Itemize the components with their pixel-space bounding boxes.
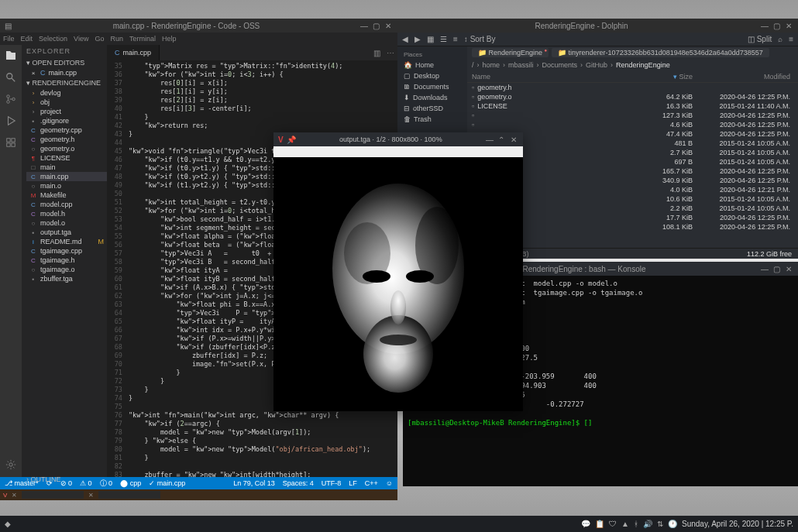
file-row[interactable]: ▫geometry.o64.2 KiB2020-04-26 12:25 P.M. [467,92,798,101]
menu-icon[interactable]: ≡ [789,35,793,43]
search-icon[interactable]: ⌕ [778,35,783,43]
crumb-current[interactable]: RenderingEngine [616,61,670,69]
crumb-docs[interactable]: Documents [542,61,578,69]
start-icon[interactable]: ◆ [5,520,11,528]
sort-button[interactable]: ↕ Sort By [464,35,496,43]
close-icon[interactable]: ✕ [511,136,518,143]
file-row[interactable]: ▫127.3 KiB2020-04-26 12:25 P.M. [467,111,798,120]
open-editors-section[interactable]: ▾ OPEN EDITORS [22,57,107,68]
find-v-icon[interactable]: V [3,492,7,499]
tree-item[interactable]: Cmodel.h [26,209,107,218]
tree-item[interactable]: ○tgaimage.o [26,265,107,274]
back-icon[interactable]: ◀ [402,35,408,43]
tree-item[interactable]: ○model.o [26,218,107,228]
eol[interactable]: LF [349,479,357,487]
tree-item[interactable]: Cmodel.cpp [26,200,107,209]
explorer-icon[interactable] [5,50,17,62]
tray-clipboard-icon[interactable]: 📋 [595,520,604,528]
tree-item[interactable]: □main [26,163,107,172]
language-mode[interactable]: C++ [365,479,378,487]
menu-terminal[interactable]: Terminal [129,35,156,43]
tree-item[interactable]: Ctgaimage.h [26,256,107,265]
status-file[interactable]: ✓ main.cpp [149,479,185,487]
outline-section[interactable]: › OUTLINE [22,474,66,477]
search-icon[interactable] [5,71,17,84]
tray-shield-icon[interactable]: 🛡 [609,520,617,528]
iv-canvas[interactable] [273,157,523,411]
open-editor-item[interactable]: ×Cmain.cpp [26,68,107,77]
forward-icon[interactable]: ▶ [414,35,421,43]
menu-edit[interactable]: Edit [21,35,33,43]
debug-icon[interactable] [5,115,17,127]
place-trash[interactable]: 🗑 Trash [397,114,467,125]
feedback-icon[interactable]: ☺ [386,479,393,487]
maximize-icon[interactable]: ▢ [773,265,781,273]
warnings-count[interactable]: ⚠ 0 [80,479,92,487]
tree-item[interactable]: Cgeometry.cpp [26,125,107,135]
tray-volume-icon[interactable]: 🔊 [643,520,652,528]
file-row[interactable]: ▫4.6 KiB2020-04-26 12:25 P.M. [467,120,798,129]
fm-tab-1[interactable]: 📁 RenderingEngine ● [472,48,549,57]
more-actions-icon[interactable]: ⋯ [384,49,397,57]
file-row[interactable]: ▫LICENSE16.3 KiB2015-01-24 11:40 A.M. [467,101,798,111]
maximize-icon[interactable]: ⌃ [498,136,506,143]
app-menu-icon[interactable]: ▤ [5,22,12,29]
tree-item[interactable]: ▪.gitignore [26,116,107,125]
col-name-header[interactable]: Name [472,73,646,81]
place-home[interactable]: 🏠 Home [397,60,467,70]
code-titlebar[interactable]: ▤ main.cpp - RenderingEngine - Code - OS… [0,19,397,33]
col-size-header[interactable]: ▾ Size [646,73,693,81]
menu-file[interactable]: File [3,35,15,43]
close-icon[interactable]: ✕ [786,265,793,273]
col-mod-header[interactable]: Modified [693,73,793,81]
tree-item[interactable]: ▪zbuffer.tga [26,274,107,283]
tree-item[interactable]: ¶LICENSE [26,153,107,163]
tray-chat-icon[interactable]: 💬 [581,520,590,528]
tree-item[interactable]: iREADME.mdM [26,237,107,246]
info-count[interactable]: ⓘ 0 [100,479,113,489]
menu-go[interactable]: Go [95,35,104,43]
tray-bluetooth-icon[interactable]: ᚼ [634,520,638,528]
tray-network-icon[interactable]: ⇅ [657,520,663,528]
tray-up-icon[interactable]: ▲ [621,520,629,528]
close-icon[interactable]: ✕ [786,22,793,29]
split-editor-icon[interactable]: ▥ [370,49,384,57]
find-input-2[interactable] [98,491,160,499]
place-otherssd[interactable]: ⊟ otherSSD [397,103,467,114]
crumb-github[interactable]: GitHub [586,61,607,69]
tree-item[interactable]: ›devlog [26,88,107,98]
indentation[interactable]: Spaces: 4 [283,479,314,487]
place-desktop[interactable]: ▢ Desktop [397,70,467,81]
tree-item[interactable]: MMakefile [26,190,107,200]
compact-view-icon[interactable]: ☰ [440,35,447,43]
crumb-user[interactable]: mbassili [508,61,534,69]
iv-titlebar[interactable]: V 📌 output.tga · 1/2 · 800x800 · 100% — … [273,132,523,146]
extensions-icon[interactable] [5,136,17,149]
taskbar-clock[interactable]: Sunday, April 26, 2020 | 12:25 P. [682,520,793,528]
menu-help[interactable]: Help [162,35,177,43]
details-view-icon[interactable]: ≡ [453,35,458,43]
tree-item[interactable]: Cgeometry.h [26,135,107,144]
icons-view-icon[interactable]: ▦ [427,35,434,43]
project-section[interactable]: ▾ RENDERINGENGINE [22,77,107,88]
menu-view[interactable]: View [74,35,88,43]
maximize-icon[interactable]: ▢ [373,22,380,29]
minimize-icon[interactable]: — [486,136,494,143]
crumb-root[interactable]: / [472,61,474,69]
close-icon[interactable]: ✕ [385,22,393,29]
tray-clock-icon[interactable]: 🕐 [668,520,677,528]
tree-item[interactable]: ›obj [26,98,107,107]
tree-item[interactable]: ○main.o [26,181,107,190]
tab-main-cpp[interactable]: Cmain.cpp [107,45,160,60]
encoding[interactable]: UTF-8 [322,479,342,487]
menu-run[interactable]: Run [110,35,123,43]
crumb-home[interactable]: home [483,61,500,69]
iv-pin-icon[interactable]: 📌 [287,136,296,144]
tree-item[interactable]: Cmain.cpp [26,172,107,181]
scm-icon[interactable] [5,93,17,105]
tree-item[interactable]: ▪output.tga [26,228,107,237]
minimize-icon[interactable]: — [360,22,368,29]
gear-icon[interactable] [5,458,17,471]
tree-item[interactable]: ›project [26,107,107,116]
image-viewer-window[interactable]: V 📌 output.tga · 1/2 · 800x800 · 100% — … [273,132,523,411]
